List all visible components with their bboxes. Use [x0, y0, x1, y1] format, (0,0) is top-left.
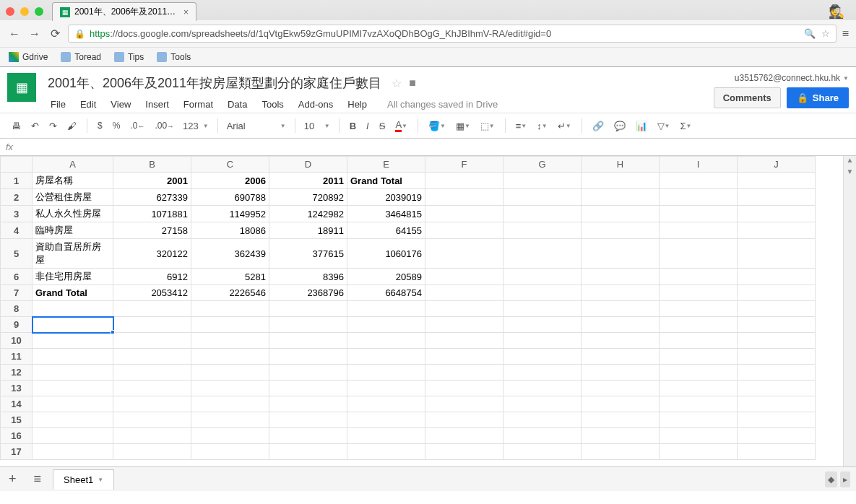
cell-C4[interactable]: 18086	[191, 222, 269, 239]
cell-A2[interactable]: 公營租住房屋	[33, 189, 113, 206]
cell-F10[interactable]	[425, 333, 503, 349]
col-header-I[interactable]: I	[660, 157, 738, 173]
cell-G16[interactable]	[503, 428, 582, 444]
cell-A17[interactable]	[33, 444, 113, 460]
cell-F11[interactable]	[425, 349, 503, 365]
browser-tab[interactable]: ▦ 2001年、2006年及2011年按 ×	[52, 2, 196, 21]
cell-C11[interactable]	[191, 349, 269, 365]
cell-E12[interactable]	[347, 365, 425, 381]
cell-H2[interactable]	[582, 189, 660, 206]
comments-button[interactable]: Comments	[714, 87, 781, 108]
cell-I9[interactable]	[660, 317, 738, 333]
menu-tools[interactable]: Tools	[256, 96, 289, 113]
cell-F8[interactable]	[425, 301, 503, 317]
cell-G2[interactable]	[503, 189, 582, 206]
formula-input[interactable]	[19, 142, 850, 152]
cell-G13[interactable]	[503, 381, 582, 396]
cell-H15[interactable]	[582, 412, 660, 428]
menu-help[interactable]: Help	[342, 96, 373, 113]
cell-C7[interactable]: 2226546	[191, 285, 269, 301]
cell-I11[interactable]	[660, 349, 738, 365]
cell-H11[interactable]	[582, 349, 660, 365]
cell-E14[interactable]	[347, 396, 425, 412]
bookmark-tips[interactable]: Tips	[114, 52, 144, 62]
cell-I4[interactable]	[660, 222, 738, 239]
row-header-1[interactable]: 1	[1, 173, 33, 189]
cell-B10[interactable]	[113, 333, 191, 349]
cell-F3[interactable]	[425, 206, 503, 222]
cell-C8[interactable]	[191, 301, 269, 317]
cell-J8[interactable]	[738, 301, 816, 317]
cell-J15[interactable]	[738, 412, 816, 428]
cell-I6[interactable]	[660, 269, 738, 285]
cell-J10[interactable]	[738, 333, 816, 349]
cell-D10[interactable]	[269, 333, 347, 349]
col-header-H[interactable]: H	[582, 157, 660, 173]
menu-view[interactable]: View	[105, 96, 137, 113]
cell-J16[interactable]	[738, 428, 816, 444]
star-icon[interactable]: ☆	[392, 77, 402, 90]
merge-cells-icon[interactable]: ⬚▼	[476, 118, 499, 134]
row-header-6[interactable]: 6	[1, 269, 33, 285]
bookmark-toread[interactable]: Toread	[61, 52, 101, 62]
cell-A9[interactable]	[33, 317, 113, 333]
cell-J17[interactable]	[738, 444, 816, 460]
cell-D16[interactable]	[269, 428, 347, 444]
cell-I10[interactable]	[660, 333, 738, 349]
print-icon[interactable]: 🖶	[7, 118, 25, 134]
cell-A12[interactable]	[33, 365, 113, 381]
row-header-5[interactable]: 5	[1, 239, 33, 269]
cell-J2[interactable]	[738, 189, 816, 206]
cell-B7[interactable]: 2053412	[113, 285, 191, 301]
cell-D5[interactable]: 377615	[269, 239, 347, 269]
cell-J6[interactable]	[738, 269, 816, 285]
sheet-table[interactable]: ABCDEFGHIJ1房屋名稱200120062011Grand Total2公…	[0, 156, 816, 460]
cell-F5[interactable]	[425, 239, 503, 269]
tab-close-icon[interactable]: ×	[183, 7, 189, 17]
selection-handle[interactable]	[111, 330, 115, 334]
cell-J9[interactable]	[738, 317, 816, 333]
cell-D4[interactable]: 18911	[269, 222, 347, 239]
row-header-11[interactable]: 11	[1, 349, 33, 365]
cell-D15[interactable]	[269, 412, 347, 428]
browser-menu-icon[interactable]: ≡	[842, 27, 849, 40]
redo-icon[interactable]: ↷	[45, 118, 61, 134]
cell-D3[interactable]: 1242982	[269, 206, 347, 222]
sheets-logo-icon[interactable]: ▦	[7, 73, 36, 102]
cell-D6[interactable]: 8396	[269, 269, 347, 285]
cell-H12[interactable]	[582, 365, 660, 381]
cell-C15[interactable]	[191, 412, 269, 428]
row-header-16[interactable]: 16	[1, 428, 33, 444]
cell-A14[interactable]	[33, 396, 113, 412]
cell-I5[interactable]	[660, 239, 738, 269]
close-window-icon[interactable]	[6, 7, 14, 16]
cell-A6[interactable]: 非住宅用房屋	[33, 269, 113, 285]
cell-I8[interactable]	[660, 301, 738, 317]
cell-H16[interactable]	[582, 428, 660, 444]
bold-icon[interactable]: B	[345, 118, 360, 134]
cell-F13[interactable]	[425, 381, 503, 396]
cell-C5[interactable]: 362439	[191, 239, 269, 269]
add-sheet-button[interactable]: +	[0, 467, 25, 491]
cell-H13[interactable]	[582, 381, 660, 396]
cell-B14[interactable]	[113, 396, 191, 412]
scroll-right-icon[interactable]: ▸	[840, 472, 850, 487]
cell-J1[interactable]	[738, 173, 816, 189]
share-button[interactable]: 🔒Share	[787, 87, 849, 108]
cell-J13[interactable]	[738, 381, 816, 396]
cell-G10[interactable]	[503, 333, 582, 349]
cell-E2[interactable]: 2039019	[347, 189, 425, 206]
menu-file[interactable]: File	[45, 96, 72, 113]
cell-E7[interactable]: 6648754	[347, 285, 425, 301]
cell-D11[interactable]	[269, 349, 347, 365]
valign-icon[interactable]: ↕▼	[532, 118, 551, 134]
row-header-10[interactable]: 10	[1, 333, 33, 349]
cell-I15[interactable]	[660, 412, 738, 428]
col-header-E[interactable]: E	[347, 157, 425, 173]
cell-C2[interactable]: 690788	[191, 189, 269, 206]
cell-G1[interactable]	[503, 173, 582, 189]
cell-B1[interactable]: 2001	[113, 173, 191, 189]
cell-E16[interactable]	[347, 428, 425, 444]
cell-B3[interactable]: 1071881	[113, 206, 191, 222]
cell-B12[interactable]	[113, 365, 191, 381]
